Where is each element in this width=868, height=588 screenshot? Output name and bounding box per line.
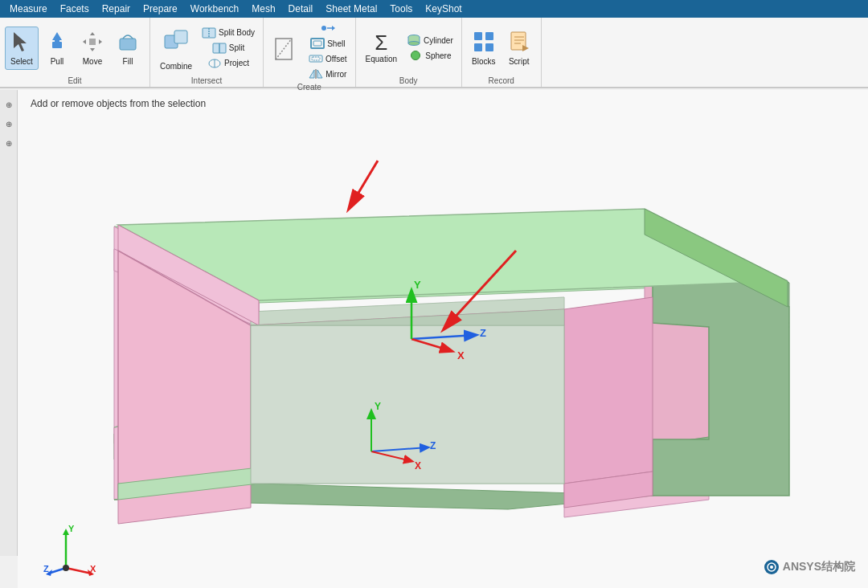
menu-mesh[interactable]: Mesh <box>245 2 281 16</box>
svg-text:Y: Y <box>375 401 381 412</box>
menu-tools[interactable]: Tools <box>383 2 419 16</box>
script-button[interactable]: Script <box>502 27 536 69</box>
svg-rect-8 <box>120 39 136 50</box>
create-small-group: Shell Offset Mirror <box>305 21 350 81</box>
shell-label: Shell <box>327 39 345 48</box>
svg-point-96 <box>63 565 69 571</box>
create-point-icon <box>321 22 335 34</box>
svg-line-18 <box>276 39 292 59</box>
intersect-buttons-row: Combine Split Body Split <box>155 21 258 75</box>
menu-bar: Measure Facets Repair Prepare Workbench … <box>0 0 868 18</box>
mirror-button[interactable]: Mirror <box>305 67 350 81</box>
svg-marker-5 <box>90 48 95 51</box>
viewport-hint: Add or remove objects from the selection <box>31 98 206 109</box>
select-button[interactable]: Select <box>5 27 39 70</box>
ribbon-toolbar: Select Pull <box>0 18 868 88</box>
offset-button[interactable]: Offset <box>305 51 350 66</box>
blocks-label: Blocks <box>472 57 495 66</box>
svg-line-90 <box>66 568 92 574</box>
equation-button[interactable]: Σ Equation <box>361 29 402 67</box>
ribbon-group-intersect: Combine Split Body Split <box>150 18 264 87</box>
project-button[interactable]: Project <box>199 56 258 71</box>
select-icon <box>10 31 33 55</box>
combine-label: Combine <box>160 62 192 71</box>
svg-text:X: X <box>90 564 96 574</box>
svg-marker-0 <box>14 32 27 51</box>
edit-buttons-row: Select Pull <box>5 21 145 75</box>
fill-icon <box>117 31 139 55</box>
equation-label: Equation <box>366 55 397 63</box>
pull-button[interactable]: Pull <box>40 27 74 69</box>
svg-rect-1 <box>52 42 62 48</box>
svg-text:Z: Z <box>480 327 486 339</box>
pull-icon <box>46 31 68 55</box>
move-label: Move <box>83 57 102 66</box>
offset-icon <box>309 53 323 64</box>
menu-measure[interactable]: Measure <box>3 2 54 16</box>
menu-keyshot[interactable]: KeyShot <box>419 2 468 16</box>
menu-detail[interactable]: Detail <box>282 2 320 16</box>
menu-sheet-metal[interactable]: Sheet Metal <box>319 2 383 16</box>
svg-marker-2 <box>52 32 62 42</box>
svg-text:Y: Y <box>414 279 421 291</box>
svg-rect-10 <box>174 31 187 43</box>
pull-label: Pull <box>51 57 64 66</box>
svg-rect-37 <box>474 43 482 51</box>
menu-workbench[interactable]: Workbench <box>184 2 245 16</box>
sphere-button[interactable]: Sphere <box>403 48 457 63</box>
split-body-label: Split Body <box>219 28 255 37</box>
menu-repair[interactable]: Repair <box>96 2 137 16</box>
svg-marker-7 <box>99 39 102 44</box>
split-body-icon <box>202 27 216 39</box>
3d-scene: Z X Y Z X Y <box>18 90 868 588</box>
svg-rect-35 <box>474 32 482 40</box>
ribbon-group-record: Blocks Script Record <box>462 18 542 87</box>
svg-text:X: X <box>415 460 421 472</box>
left-panel-icon-1[interactable]: ⊕ <box>2 98 15 111</box>
combine-button[interactable]: Combine <box>155 22 197 74</box>
svg-rect-23 <box>313 41 321 46</box>
script-icon <box>508 31 530 55</box>
blocks-button[interactable]: Blocks <box>467 27 501 69</box>
left-panel-icon-2[interactable]: ⊕ <box>2 117 15 130</box>
intersect-small-group: Split Body Split Project <box>199 26 258 71</box>
mirror-icon <box>309 68 323 80</box>
svg-rect-38 <box>485 43 493 51</box>
svg-point-99 <box>770 566 773 569</box>
project-label: Project <box>224 59 249 67</box>
watermark-text: ANSYS结构院 <box>783 560 855 574</box>
cylinder-label: Cylinder <box>424 36 453 45</box>
svg-marker-4 <box>90 32 95 35</box>
viewport: Add or remove objects from the selection <box>18 90 868 588</box>
split-icon <box>212 43 227 54</box>
ribbon-group-body: Σ Equation Cylinder <box>356 18 462 87</box>
fill-button[interactable]: Fill <box>111 27 145 69</box>
record-group-label: Record <box>489 75 514 85</box>
body-small-group: Cylinder Sphere <box>403 33 457 63</box>
sphere-icon <box>408 50 423 61</box>
sphere-label: Sphere <box>425 51 451 60</box>
cylinder-button[interactable]: Cylinder <box>403 33 457 47</box>
svg-rect-22 <box>311 39 324 48</box>
svg-marker-26 <box>309 70 314 78</box>
split-label: Split <box>229 43 244 52</box>
sketch-button[interactable] <box>268 31 304 72</box>
left-panel-icon-3[interactable]: ⊕ <box>2 137 15 149</box>
split-body-button[interactable]: Split Body <box>199 26 258 40</box>
menu-facets[interactable]: Facets <box>54 2 96 16</box>
create-buttons-row: Shell Offset Mirror <box>268 21 350 81</box>
svg-text:Y: Y <box>68 524 75 533</box>
record-buttons-row: Blocks Script <box>467 21 536 75</box>
equation-icon: Σ <box>375 32 387 53</box>
svg-marker-67 <box>564 297 653 484</box>
ribbon-group-create: Shell Offset Mirror <box>264 18 356 87</box>
select-label: Select <box>10 57 33 66</box>
svg-rect-24 <box>309 55 322 62</box>
split-button[interactable]: Split <box>199 41 258 55</box>
fill-label: Fill <box>123 57 133 66</box>
create-point-button[interactable] <box>305 21 350 35</box>
menu-prepare[interactable]: Prepare <box>137 2 184 16</box>
shell-button[interactable]: Shell <box>305 36 350 51</box>
move-button[interactable]: Move <box>76 27 109 69</box>
script-label: Script <box>509 57 530 66</box>
